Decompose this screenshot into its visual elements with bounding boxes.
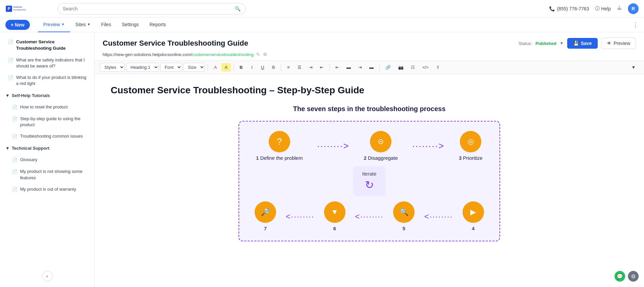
table-button[interactable]: ☷ xyxy=(408,63,418,71)
sidebar-item-blinking[interactable]: 📄 What to do if your product is blinking… xyxy=(0,72,94,89)
edit-icon[interactable]: ✎ xyxy=(256,52,260,57)
editor-heading: Customer Service Troubleshooting – Step-… xyxy=(111,85,628,96)
navbar: + New Preview ▼ Sites ▼ Files Settings R… xyxy=(0,17,644,32)
status-chevron-icon[interactable]: ▼ xyxy=(560,41,564,46)
preview-button[interactable]: 👁 Preview xyxy=(601,38,636,49)
meta-icons: ✎ ⚙ xyxy=(256,52,267,57)
settings-float-icon[interactable]: ⚙ xyxy=(628,271,639,282)
font-color-button[interactable]: A xyxy=(211,63,220,71)
save-icon: 💾 xyxy=(573,41,579,46)
heading-select[interactable]: Heading 1 xyxy=(126,63,159,72)
preview-label: Preview xyxy=(613,41,630,46)
sidebar-item-troubleshoot[interactable]: 📄 Troubleshooting common issues xyxy=(0,131,94,142)
navbar-right: ⋮ xyxy=(633,21,644,29)
ordered-list-button[interactable]: ≡ xyxy=(284,63,293,71)
arrow-2-3: ········> xyxy=(412,141,445,151)
chat-icon[interactable]: 💬 xyxy=(614,271,625,282)
nav-items: Preview ▼ Sites ▼ Files Settings Reports xyxy=(38,17,171,32)
sidebar-item-stepbystep[interactable]: 📄 Step-by-step guide to using the produc… xyxy=(0,113,94,131)
page-icon: 📄 xyxy=(12,104,17,110)
nav-reports[interactable]: Reports xyxy=(144,17,171,32)
step-7-icon: 🔎 xyxy=(255,201,276,223)
sidebar-item-features[interactable]: 📄 My product is not showing some feature… xyxy=(0,166,94,183)
preview-icon: 👁 xyxy=(607,41,611,46)
underline-button[interactable]: U xyxy=(258,63,267,71)
sidebar-item-guide[interactable]: 📄 Customer Service Troubleshooting Guide xyxy=(0,36,94,54)
phone-number: (855) 776-7763 xyxy=(557,6,589,11)
align-left-button[interactable]: ⇤ xyxy=(332,63,342,71)
indent-right-button[interactable]: ⇤ xyxy=(317,63,327,71)
more-options-icon[interactable]: ⋮ xyxy=(633,21,639,28)
sidebar-collapse-button[interactable]: « xyxy=(42,271,53,282)
styles-select[interactable]: Styles xyxy=(100,63,125,72)
svg-text:ProProfs: ProProfs xyxy=(13,6,22,8)
iterate-icon: ↻ xyxy=(365,179,374,191)
search-bar[interactable]: 🔍 xyxy=(58,3,246,14)
settings-icon[interactable]: ⚙ xyxy=(263,52,267,57)
phone-info: 📞 (855) 776-7763 xyxy=(549,6,589,11)
page-icon: 📄 xyxy=(8,39,13,45)
bottom-right-icons: 💬 ⚙ xyxy=(614,271,639,282)
step-5-icon: 🔍 xyxy=(393,201,415,223)
align-right-button[interactable]: ⇥ xyxy=(355,63,365,71)
align-justify-button[interactable]: ▬ xyxy=(366,63,377,71)
sidebar-category-techsupport[interactable]: ▼ Technical Support xyxy=(0,142,94,154)
bold-button[interactable]: B xyxy=(236,63,246,71)
align-center-button[interactable]: ▬ xyxy=(343,63,354,71)
step-4-icon: ▶ xyxy=(463,201,484,223)
iterate-label: Iterate xyxy=(362,171,377,177)
font-select[interactable]: Font xyxy=(160,63,182,72)
step-2: ⊝ 2 Disaggregate xyxy=(364,131,398,161)
sidebar-item-safety[interactable]: 📄 What are the safety indicators that I … xyxy=(0,54,94,72)
sidebar-item-warranty-label: My product is out of warranty xyxy=(20,186,76,192)
help-link[interactable]: ⓘ Help xyxy=(595,6,611,12)
save-button[interactable]: 💾 Save xyxy=(567,38,598,49)
page-icon: 📄 xyxy=(8,57,13,63)
sidebar-category-selfhelp[interactable]: ▼ Self-Help Tutorials xyxy=(0,90,94,101)
svg-text:Knowledge Base: Knowledge Base xyxy=(13,8,26,10)
upload-button[interactable]: ⇧ xyxy=(433,63,443,71)
step-5-label: 5 xyxy=(402,226,405,231)
sidebar-item-warranty[interactable]: 📄 My product is out of warranty xyxy=(0,184,94,195)
sidebar-item-reset[interactable]: 📄 How to reset the product xyxy=(0,101,94,113)
highlight-button[interactable]: A xyxy=(221,63,231,71)
help-label: Help xyxy=(601,6,611,11)
size-select[interactable]: Size xyxy=(183,63,205,72)
search-input[interactable] xyxy=(63,6,235,11)
strikethrough-button[interactable]: S xyxy=(269,63,278,71)
italic-button[interactable]: I xyxy=(247,63,257,71)
code-button[interactable]: </> xyxy=(419,63,432,71)
iterate-box: Iterate ↻ xyxy=(353,166,386,196)
step-1-label: 1 Define the problem xyxy=(256,155,303,161)
step-7-number: 7 xyxy=(264,226,267,231)
sidebar: 📄 Customer Service Troubleshooting Guide… xyxy=(0,32,95,287)
nav-files[interactable]: Files xyxy=(96,17,117,32)
process-bottom-row: 🔎 7 <········ ▼ 6 <········ xyxy=(250,201,489,231)
sidebar-item-glossary[interactable]: 📄 Glossary xyxy=(0,154,94,166)
nav-sites[interactable]: Sites ▼ xyxy=(70,17,96,32)
nav-reports-label: Reports xyxy=(150,22,166,27)
expand-toolbar-button[interactable]: ▼ xyxy=(628,63,639,71)
image-button[interactable]: 📷 xyxy=(395,63,407,71)
page-icon: 📄 xyxy=(8,75,13,81)
toolbar-separator5 xyxy=(379,64,380,71)
new-button[interactable]: + New xyxy=(5,20,30,30)
header-right: Status: Published ▼ 💾 Save 👁 Preview xyxy=(519,38,636,49)
status-badge[interactable]: Published xyxy=(535,41,556,46)
step-5-number: 5 xyxy=(402,226,405,231)
step-1: ? 1 Define the problem xyxy=(256,131,303,161)
avatar[interactable]: R xyxy=(628,3,639,14)
step-3-label: 3 Prioritize xyxy=(459,155,483,161)
link-button[interactable]: 🔗 xyxy=(382,63,394,71)
nav-files-label: Files xyxy=(101,22,111,27)
indent-left-button[interactable]: ⇥ xyxy=(306,63,316,71)
infographic: The seven steps in the troubleshooting p… xyxy=(111,105,628,241)
nav-preview[interactable]: Preview ▼ xyxy=(38,17,70,32)
apps-icon[interactable]: ≟ xyxy=(617,5,622,12)
nav-settings[interactable]: Settings xyxy=(116,17,144,32)
article-title-input[interactable] xyxy=(103,39,519,48)
status-label: Status: xyxy=(519,41,532,46)
unordered-list-button[interactable]: ☰ xyxy=(294,63,305,71)
step-2-label: 2 Disaggregate xyxy=(364,155,398,161)
search-icon: 🔍 xyxy=(235,6,240,11)
